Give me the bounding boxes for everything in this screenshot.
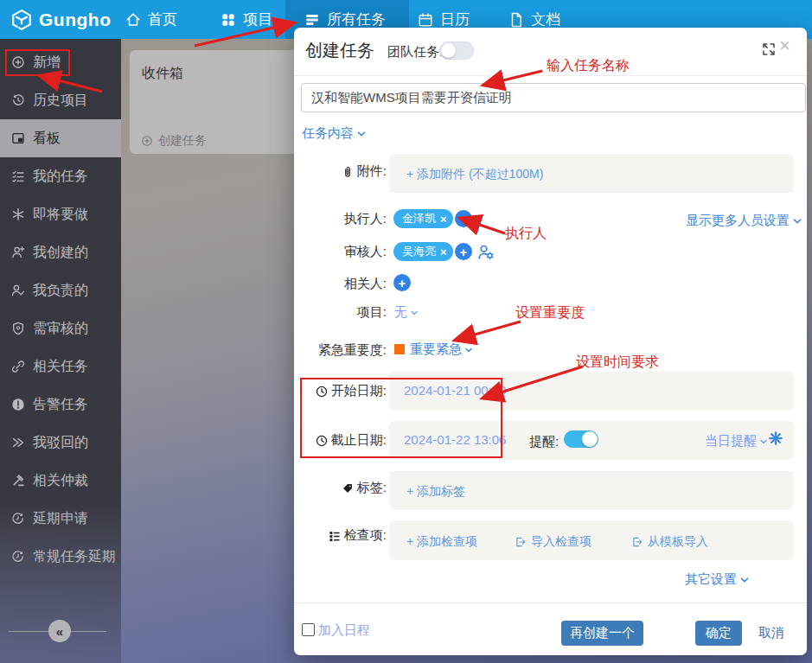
tags-box[interactable]: + 添加标签 <box>389 471 794 510</box>
nav-item-home[interactable]: 首页 <box>125 0 177 39</box>
tags-label: 标签: <box>294 480 387 496</box>
remind-toggle[interactable] <box>564 430 598 448</box>
task-content-label: 任务内容 <box>302 125 354 142</box>
project-select[interactable]: 无 <box>394 304 419 321</box>
add-checklist-item-button[interactable]: + 添加检查项 <box>406 534 477 550</box>
import-icon <box>515 536 527 548</box>
project-value: 无 <box>394 304 407 321</box>
gear-icon[interactable] <box>768 430 783 446</box>
nav-item-label: 首页 <box>148 10 177 29</box>
app-window: 收件箱 创建任务 新增 历史项目 看板 我的任务 即将要做 我创建的 我负责的 … <box>0 0 812 663</box>
nav-item-label: 项目 <box>243 10 272 29</box>
create-another-button[interactable]: 再创建一个 <box>561 621 643 646</box>
priority-color-swatch <box>394 344 405 354</box>
remind-option-value: 当日提醒 <box>705 433 757 449</box>
due-date-value[interactable]: 2024-01-22 13:06 <box>404 432 506 447</box>
import-icon <box>631 536 643 548</box>
start-date-value[interactable]: 2024-01-21 00:00 <box>404 383 506 398</box>
add-to-schedule-label[interactable]: 加入日程 <box>318 622 370 639</box>
checklist-label: 检查项: <box>294 527 387 544</box>
chevron-down-icon <box>410 309 419 317</box>
checklist-box[interactable]: + 添加检查项 导入检查项 从模板导入 <box>389 520 794 560</box>
list-icon <box>304 12 320 28</box>
nav-item-label: 文档 <box>531 10 560 29</box>
start-date-label: 开始日期: <box>294 383 387 399</box>
nav-item-label: 日历 <box>440 10 470 29</box>
task-name-input[interactable] <box>301 83 806 112</box>
attachment-dropzone[interactable]: + 添加附件 (不超过100M) <box>389 154 794 193</box>
attachment-label: 附件: <box>294 163 387 180</box>
remove-tag-icon[interactable]: × <box>440 213 447 226</box>
gungho-logo-icon <box>10 9 33 31</box>
brand-name: Gungho <box>39 10 111 30</box>
tag-icon <box>342 482 354 494</box>
reviewer-name: 吴海亮 <box>402 244 436 259</box>
executor-label: 执行人: <box>294 211 387 227</box>
chevron-down-icon <box>356 129 367 139</box>
cancel-button[interactable]: 取消 <box>758 625 784 641</box>
remind-option-select[interactable]: 当日提醒 <box>705 433 768 449</box>
calendar-icon <box>418 12 433 28</box>
create-task-modal: 创建任务 团队任务: × 任务内容 附件: + 添加附件 (不超过100M) 执… <box>294 28 807 655</box>
due-date-label: 截止日期: <box>294 432 387 449</box>
reviewer-tag: 吴海亮 × <box>393 242 453 261</box>
checklist-icon <box>329 530 341 542</box>
home-icon <box>125 12 141 28</box>
plus-icon: + <box>460 213 468 226</box>
add-executor-button[interactable]: + <box>455 210 472 227</box>
chevron-down-icon <box>759 437 768 446</box>
clock-icon <box>316 435 328 447</box>
chevron-down-icon <box>739 575 750 585</box>
priority-value: 重要紧急 <box>410 341 462 358</box>
add-related-person-button[interactable]: + <box>393 274 411 291</box>
chevron-down-icon <box>792 216 802 226</box>
reviewer-settings-icon[interactable] <box>477 244 495 261</box>
nav-item-projects[interactable]: 项目 <box>221 0 272 39</box>
add-attachment-button[interactable]: + 添加附件 (不超过100M) <box>406 167 543 182</box>
chevron-down-icon <box>464 346 473 354</box>
close-icon[interactable]: × <box>779 36 790 55</box>
plus-icon: + <box>399 277 406 290</box>
remind-label: 提醒: <box>529 434 559 450</box>
plus-icon: + <box>460 245 468 258</box>
app-logo: Gungho <box>10 0 111 39</box>
team-task-label: 团队任务: <box>387 44 443 61</box>
footer-divider <box>294 602 807 603</box>
team-task-toggle[interactable] <box>439 41 474 60</box>
priority-label: 紧急重要度: <box>294 342 387 359</box>
executor-tag: 金泽凯 × <box>393 209 453 228</box>
other-settings-link[interactable]: 其它设置 <box>685 571 750 588</box>
related-people-label: 相关人: <box>294 276 387 292</box>
add-to-schedule-checkbox[interactable] <box>302 623 315 636</box>
clock-icon <box>316 386 328 398</box>
toggle-knob <box>441 43 456 58</box>
modal-title: 创建任务 <box>305 39 374 62</box>
confirm-button[interactable]: 确定 <box>695 621 742 646</box>
toggle-knob <box>582 431 598 447</box>
task-content-toggle[interactable]: 任务内容 <box>302 125 367 142</box>
project-label: 项目: <box>294 304 387 321</box>
add-reviewer-button[interactable]: + <box>455 243 472 260</box>
priority-select[interactable]: 重要紧急 <box>410 341 473 358</box>
document-icon <box>508 12 524 28</box>
import-checklist-button[interactable]: 导入检查项 <box>515 534 591 550</box>
reviewer-label: 审核人: <box>294 244 387 260</box>
remove-tag-icon[interactable]: × <box>440 245 447 258</box>
import-from-template-button[interactable]: 从模板导入 <box>631 534 708 550</box>
grid-icon <box>221 12 236 28</box>
paperclip-icon <box>342 166 354 178</box>
header-divider <box>294 75 807 76</box>
expand-icon[interactable] <box>761 41 777 57</box>
executor-name: 金泽凯 <box>402 211 436 226</box>
nav-item-label: 所有任务 <box>327 10 386 29</box>
add-tag-button[interactable]: + 添加标签 <box>406 484 465 500</box>
show-more-people-settings-link[interactable]: 显示更多人员设置 <box>686 213 802 229</box>
